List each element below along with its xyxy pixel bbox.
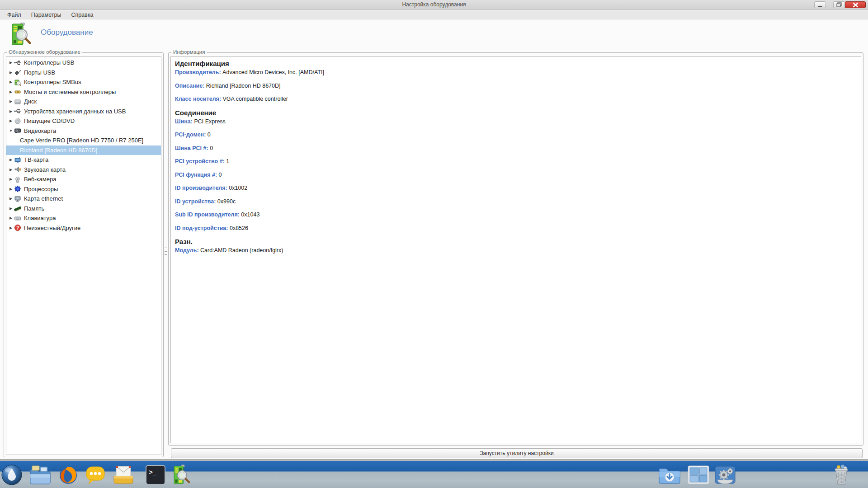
- downloads-folder-button[interactable]: [657, 464, 682, 486]
- gears-icon: [714, 465, 736, 485]
- mail-button[interactable]: [111, 464, 136, 486]
- close-button[interactable]: [845, 1, 866, 8]
- info-field-pci-device: PCI устройство #1: [175, 158, 857, 165]
- page-title: Оборудование: [41, 28, 93, 37]
- expander-icon[interactable]: ▶: [8, 187, 14, 191]
- device-info: Идентификация ПроизводительAdvanced Micr…: [172, 58, 859, 441]
- info-field-pci-domain: PCI-домен0: [175, 131, 857, 139]
- expander-icon[interactable]: ▶: [8, 90, 14, 94]
- expander-icon[interactable]: ▶: [8, 109, 14, 113]
- section-title-connection: Соединение: [175, 109, 857, 117]
- download-folder-icon: [657, 464, 682, 486]
- tree-item-label: Контроллеры USB: [24, 59, 74, 66]
- panel-splitter[interactable]: [164, 52, 168, 457]
- terminal-button[interactable]: >_: [145, 464, 166, 486]
- tree-item-disk[interactable]: ▶ Диск: [6, 97, 161, 107]
- start-menu-button[interactable]: [1, 464, 23, 486]
- info-field-vendor: ПроизводительAdvanced Micro Devices, Inc…: [175, 69, 857, 76]
- svg-text:>_: >_: [149, 468, 157, 476]
- tree-item-bridges[interactable]: ▶ Мосты и системные контроллеры: [6, 87, 161, 97]
- tree-item-processors[interactable]: ▶ Процессоры: [6, 184, 161, 194]
- expander-icon[interactable]: ▶: [8, 226, 14, 230]
- trash-button[interactable]: [831, 464, 852, 486]
- expander-icon[interactable]: ▶: [8, 70, 14, 75]
- expander-icon[interactable]: ▶: [8, 61, 14, 65]
- expander-icon[interactable]: ▶: [8, 216, 14, 220]
- unknown-icon: ?: [14, 224, 21, 231]
- tree-item-label: Мосты и системные контроллеры: [24, 89, 116, 95]
- splitter-grip-icon: [165, 248, 167, 255]
- memory-icon: [14, 205, 21, 212]
- tree-item-richland-selected[interactable]: Richland [Radeon HD 8670D]: [6, 145, 161, 155]
- smbus-icon: [14, 79, 21, 86]
- titlebar[interactable]: Настройка оборудования: [0, 0, 868, 10]
- tree-item-sound-card[interactable]: ▶ Звуковая карта: [6, 165, 161, 175]
- tree-item-webcam[interactable]: ▶ Веб-камера: [6, 174, 161, 184]
- desktop-pager-button[interactable]: [686, 464, 711, 486]
- hardware-settings-window: Настройка оборудования Файл Параметры Сп…: [0, 0, 868, 460]
- maximize-button[interactable]: [833, 1, 845, 8]
- hardware-settings-task-button[interactable]: [171, 464, 193, 486]
- tree-item-video-card[interactable]: ▼ Видеокарта: [6, 126, 161, 136]
- info-field-pci-function: PCI функция #0: [175, 171, 857, 179]
- info-field-module: МодульCard:AMD Radeon (radeon/fglrx): [175, 247, 857, 254]
- tree-item-label: Память: [24, 205, 44, 212]
- expander-icon[interactable]: ▶: [8, 197, 14, 201]
- tree-item-tv-card[interactable]: ▶ ТВ-карта: [6, 155, 161, 165]
- chat-bubble-icon: [85, 464, 106, 486]
- run-config-utility-button[interactable]: Запустить утилиту настройки: [171, 448, 863, 458]
- maximize-icon: [836, 2, 842, 7]
- tv-card-icon: [14, 156, 21, 164]
- device-tree: ▶ Контроллеры USB ▶: [6, 57, 161, 455]
- tree-item-label: Richland [Radeon HD 8670D]: [20, 147, 97, 154]
- usb-port-icon: [14, 69, 21, 76]
- expander-icon[interactable]: ▶: [8, 99, 14, 103]
- menu-options[interactable]: Параметры: [31, 12, 61, 18]
- information-group: Информация Идентификация ПроизводительAd…: [168, 52, 863, 446]
- expander-icon[interactable]: ▶: [8, 206, 14, 211]
- control-center-button[interactable]: [713, 464, 737, 486]
- tree-item-label: Клавиатура: [24, 215, 56, 221]
- menu-file[interactable]: Файл: [7, 12, 21, 18]
- speaker-icon: [14, 166, 21, 173]
- file-manager-icon: [28, 464, 52, 486]
- tree-item-usb-storage[interactable]: ▶ Устройства хранения данных на USB: [6, 107, 161, 117]
- expander-icon[interactable]: ▶: [8, 119, 14, 123]
- expander-icon-expanded[interactable]: ▼: [8, 129, 14, 133]
- menu-help[interactable]: Справка: [71, 12, 93, 18]
- detected-hardware-caption: Обнаруженное оборудование: [7, 49, 82, 55]
- tree-item-ethernet[interactable]: ▶ Карта ethernet: [6, 194, 161, 204]
- information-caption: Информация: [171, 49, 207, 55]
- expander-icon[interactable]: ▶: [8, 80, 14, 84]
- tree-item-usb-controllers[interactable]: ▶ Контроллеры USB: [6, 58, 161, 68]
- tree-item-unknown[interactable]: ▶ ? Неизвестный/Другие: [6, 223, 161, 233]
- minimize-button[interactable]: [814, 1, 826, 8]
- info-field-device-id: ID устройства0x990c: [175, 198, 857, 206]
- tree-item-cd-dvd[interactable]: ▶ Пишущие CD/DVD: [6, 116, 161, 126]
- file-manager-button[interactable]: [28, 464, 52, 486]
- info-field-vendor-id: ID производителя0x1002: [175, 184, 857, 192]
- tree-item-keyboard[interactable]: ▶ Клавиатура: [6, 213, 161, 223]
- pager-icon: [687, 465, 710, 485]
- terminal-icon: >_: [145, 465, 166, 485]
- ethernet-icon: [14, 195, 21, 202]
- desktop: Настройка оборудования Файл Параметры Сп…: [0, 0, 868, 488]
- expander-icon[interactable]: ▶: [8, 177, 14, 181]
- section-title-misc: Разн.: [175, 238, 857, 245]
- tree-item-label: Веб-камера: [24, 176, 56, 183]
- tree-item-label: Процессоры: [24, 186, 58, 192]
- tree-item-memory[interactable]: ▶ Память: [6, 204, 161, 214]
- webcam-icon: [14, 176, 21, 183]
- firefox-button[interactable]: [57, 464, 79, 486]
- tree-item-label: Карта ethernet: [24, 195, 63, 202]
- expander-icon[interactable]: ▶: [8, 168, 14, 172]
- tree-item-usb-ports[interactable]: ▶ Порты USB: [6, 68, 161, 78]
- info-field-sub-vendor-id: Sub ID производителя0x1043: [175, 211, 857, 219]
- tree-item-smbus-controllers[interactable]: ▶ Контроллеры SMBus: [6, 77, 161, 87]
- bridge-icon: [14, 88, 21, 95]
- messenger-button[interactable]: [85, 464, 106, 486]
- tree-item-label: Пишущие CD/DVD: [24, 117, 75, 124]
- keyboard-icon: [14, 215, 21, 222]
- expander-icon[interactable]: ▶: [8, 158, 14, 162]
- tree-item-cape-verde[interactable]: Cape Verde PRO [Radeon HD 7750 / R7 250E…: [6, 136, 161, 145]
